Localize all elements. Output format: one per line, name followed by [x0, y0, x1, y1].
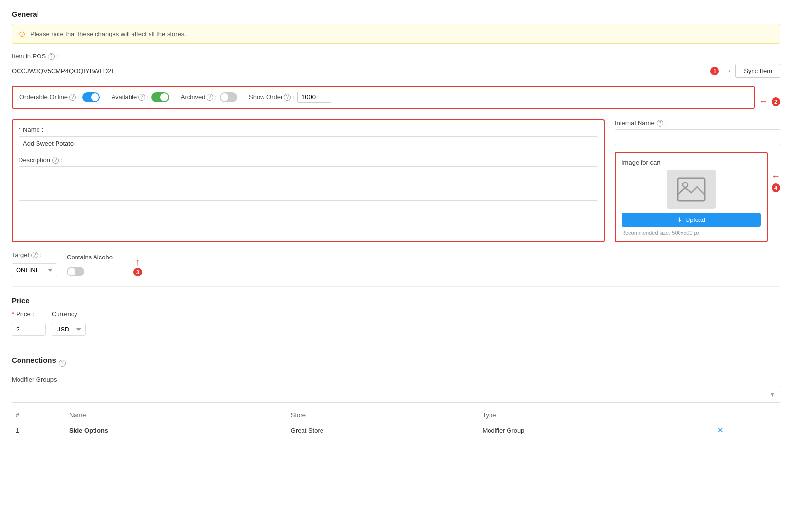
row-number: 1 [12, 422, 65, 439]
svg-point-1 [683, 183, 688, 187]
target-group: Target ?: ONLINE OFFLINE [12, 251, 57, 276]
show-order-help-icon[interactable]: ? [284, 94, 291, 101]
available-label: Available ?: [112, 93, 149, 101]
orderable-online-help-icon[interactable]: ? [69, 94, 76, 101]
two-col-layout: * Name: Description ?: Internal Name ?: [12, 119, 780, 242]
connections-title: Connections [12, 356, 56, 364]
name-input[interactable] [19, 136, 598, 150]
internal-name-input[interactable] [615, 129, 780, 145]
description-label: Description ?: [19, 156, 598, 164]
contains-alcohol-group: Contains Alcohol [67, 254, 114, 276]
annotation-arrow-2: ← [759, 96, 768, 107]
annotation-4: 4 [772, 183, 780, 192]
toggles-row: Orderable Online ?: Available ?: [12, 86, 755, 109]
divider-2 [12, 346, 780, 346]
pos-id-value: OCCJW3QV5CMP4QOQIYBWLD2L [12, 64, 704, 77]
internal-name-label: Internal Name ?: [615, 119, 780, 127]
connections-section: Connections ? Modifier Groups ▼ # Name S… [12, 356, 780, 439]
row-name: Side Options [65, 422, 287, 439]
item-in-pos-help-icon[interactable]: ? [48, 53, 55, 60]
price-title: Price [12, 296, 780, 305]
currency-select[interactable]: USD EUR GBP [52, 323, 86, 336]
annotation-3: 3 [133, 268, 142, 276]
show-order-label: Show Order ?: [249, 93, 294, 101]
price-label: * Price: [12, 311, 46, 318]
alert-box: ⊙ Please note that these changes will af… [12, 24, 780, 44]
price-input[interactable] [12, 323, 46, 336]
target-label: Target ?: [12, 251, 57, 258]
archived-toggle[interactable] [220, 92, 237, 102]
archived-help-icon[interactable]: ? [207, 94, 213, 101]
available-toggle[interactable] [151, 92, 169, 102]
svg-rect-0 [678, 178, 705, 201]
upload-icon: ⬇ [677, 216, 682, 223]
description-textarea[interactable] [19, 166, 598, 201]
orderable-online-label: Orderable Online ?: [19, 93, 79, 101]
orderable-online-group: Orderable Online ?: [19, 92, 100, 102]
item-in-pos-label: Item in POS ?: [12, 53, 58, 60]
price-field: * Price: [12, 311, 46, 336]
table-row: 1 Side Options Great Store Modifier Grou… [12, 422, 780, 439]
description-field-wrapper: Description ?: [19, 156, 598, 202]
sync-item-button[interactable]: Sync Item [735, 64, 780, 78]
internal-name-help-icon[interactable]: ? [657, 120, 663, 127]
left-col: * Name: Description ?: [12, 119, 605, 242]
item-in-pos-row: Item in POS ?: [12, 53, 780, 60]
row-type: Modifier Group [478, 422, 713, 439]
connections-help-icon[interactable]: ? [59, 360, 66, 367]
available-help-icon[interactable]: ? [138, 94, 145, 101]
col-header-name: Name [65, 408, 287, 422]
archived-label: Archived ?: [181, 93, 217, 101]
alert-text: Please note that these changes will affe… [30, 30, 186, 37]
orderable-online-toggle[interactable] [82, 92, 100, 102]
general-section: General ⊙ Please note that these changes… [12, 10, 780, 276]
pos-id-row: OCCJW3QV5CMP4QOQIYBWLD2L 1 → Sync Item [12, 64, 780, 78]
annotation-2: 2 [772, 97, 780, 106]
col-header-number: # [12, 408, 65, 422]
divider-1 [12, 286, 780, 287]
annotation-arrow-1: → [723, 66, 732, 76]
general-title: General [12, 10, 780, 18]
annotation-arrow-3: ↑ [135, 257, 140, 268]
image-placeholder-icon [677, 177, 706, 202]
name-label: * Name: [19, 126, 598, 133]
annotation-1: 1 [710, 67, 719, 75]
description-help-icon[interactable]: ? [52, 157, 59, 164]
remove-row-icon[interactable]: ✕ [717, 426, 724, 434]
price-section: Price * Price: Currency USD EUR GBP [12, 296, 780, 336]
right-col: Internal Name ?: Image for cart [615, 119, 780, 242]
internal-name-section: Internal Name ?: [615, 119, 780, 145]
row-store: Great Store [287, 422, 479, 439]
modifier-select-wrapper: ▼ [12, 386, 780, 403]
modifier-groups-label: Modifier Groups [12, 376, 780, 383]
target-row: Target ?: ONLINE OFFLINE Contains Alcoho… [12, 251, 780, 276]
image-cart-label: Image for cart [622, 159, 761, 166]
available-group: Available ?: [112, 92, 169, 102]
connections-table: # Name Store Type 1 Side Options Great S… [12, 408, 780, 439]
show-order-group: Show Order ?: [249, 92, 331, 103]
archived-group: Archived ?: [181, 92, 237, 102]
target-select[interactable]: ONLINE OFFLINE [12, 263, 57, 276]
col-header-store: Store [287, 408, 479, 422]
price-row: * Price: Currency USD EUR GBP [12, 311, 780, 336]
upload-button[interactable]: ⬇ Upload [622, 213, 761, 227]
currency-label: Currency [52, 311, 86, 318]
image-cart-section: Image for cart ⬇ Upload Recommended size… [615, 152, 768, 242]
image-placeholder [667, 170, 716, 209]
annotation-arrow-4: ← [772, 171, 780, 182]
show-order-input[interactable] [297, 92, 331, 103]
modifier-groups-select[interactable] [12, 386, 780, 403]
alert-icon: ⊙ [19, 29, 25, 38]
target-help-icon[interactable]: ? [31, 252, 38, 258]
recommended-size-text: Recommended size: 500x500 px [622, 230, 761, 236]
col-header-type: Type [478, 408, 713, 422]
contains-alcohol-label: Contains Alcohol [67, 254, 114, 261]
name-field-wrapper: * Name: [19, 126, 598, 150]
contains-alcohol-toggle[interactable] [67, 267, 84, 276]
currency-group: Currency USD EUR GBP [52, 311, 86, 336]
